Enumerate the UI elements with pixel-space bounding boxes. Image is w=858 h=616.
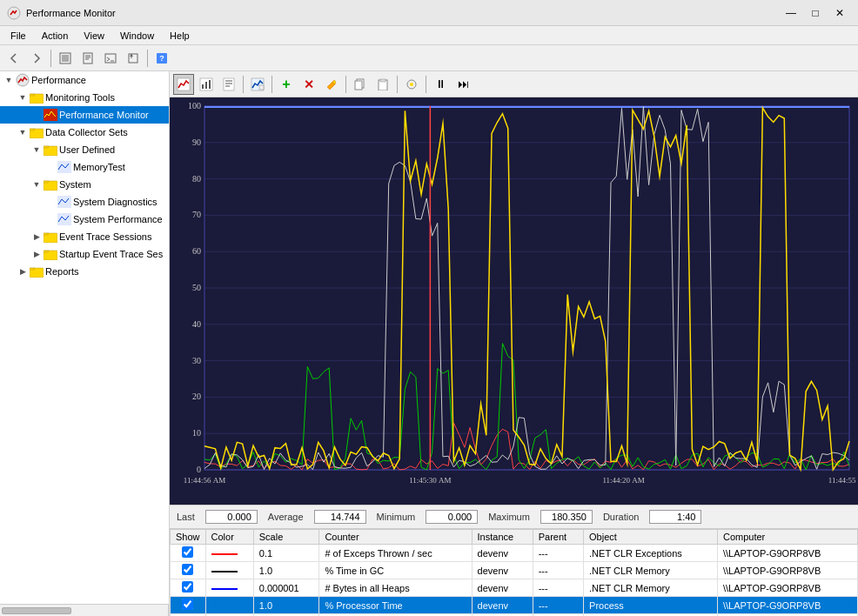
- app-title: Performance Monitor: [26, 8, 116, 18]
- expand-startup[interactable]: ▶: [30, 247, 44, 261]
- row-instance: devenv: [472, 545, 533, 562]
- system-performance-label: System Performance: [73, 214, 163, 224]
- row-object: Process: [584, 597, 718, 614]
- copy-button[interactable]: [350, 74, 371, 95]
- performance-chart: [170, 97, 858, 505]
- sidebar-item-data-collector-sets[interactable]: ▼ Data Collector Sets: [0, 124, 169, 141]
- sidebar-item-performance-monitor[interactable]: ▶ Performance Monitor: [0, 106, 169, 124]
- row-computer: \\LAPTOP-G9ORP8VB: [717, 562, 857, 579]
- add-counter-button[interactable]: +: [276, 74, 297, 95]
- col-counter: Counter: [319, 530, 472, 545]
- table-row[interactable]: 0.000001 # Bytes in all Heaps devenv ---…: [171, 579, 858, 597]
- row-checkbox[interactable]: [171, 545, 206, 562]
- expand-reports[interactable]: ▶: [16, 264, 30, 278]
- svg-rect-29: [209, 80, 211, 89]
- sidebar-item-user-defined[interactable]: ▼ User Defined: [0, 141, 169, 158]
- menu-file[interactable]: File: [3, 29, 33, 43]
- sidebar-item-event-trace[interactable]: ▶ Event Trace Sessions: [0, 228, 169, 245]
- svg-rect-15: [44, 109, 57, 121]
- folder-icon-et: [44, 231, 57, 243]
- sidebar-scrollbar[interactable]: [2, 607, 71, 614]
- maximize-button[interactable]: □: [804, 3, 827, 23]
- sidebar-item-system-performance[interactable]: ▶ System Performance: [0, 211, 169, 228]
- sidebar-item-system-diagnostics[interactable]: ▶ System Diagnostics: [0, 193, 169, 211]
- menu-window[interactable]: Window: [113, 29, 161, 43]
- back-button[interactable]: [3, 48, 24, 69]
- col-parent: Parent: [533, 530, 583, 545]
- row-parent: ---: [533, 597, 583, 614]
- svg-text:?: ?: [159, 54, 164, 63]
- close-button[interactable]: ✕: [828, 3, 851, 23]
- highlight-button[interactable]: [401, 74, 422, 95]
- row-checkbox[interactable]: [171, 562, 206, 579]
- expand-user-defined[interactable]: ▼: [30, 143, 44, 157]
- svg-rect-2: [62, 55, 69, 62]
- row-instance: devenv: [472, 562, 533, 579]
- user-defined-label: User Defined: [59, 144, 115, 155]
- monitoring-tools-label: Monitoring Tools: [45, 92, 115, 103]
- expand-monitoring[interactable]: ▼: [16, 90, 30, 104]
- row-scale: 0.1: [253, 545, 319, 562]
- app-icon: [7, 6, 21, 20]
- console-button[interactable]: [100, 48, 121, 69]
- sidebar-root[interactable]: ▼ Performance: [0, 71, 169, 89]
- row-checkbox[interactable]: [171, 597, 206, 614]
- table-row[interactable]: 0.1 # of Exceps Thrown / sec devenv --- …: [171, 545, 858, 562]
- view-histogram-button[interactable]: [196, 74, 217, 95]
- svg-rect-27: [202, 84, 204, 89]
- sidebar-item-memory-test[interactable]: ▶ MemoryTest: [0, 158, 169, 176]
- row-parent: ---: [533, 579, 583, 597]
- reports-label: Reports: [45, 266, 79, 277]
- sidebar-item-monitoring-tools[interactable]: ▼ Monitoring Tools: [0, 89, 169, 106]
- row-object: .NET CLR Memory: [584, 562, 718, 579]
- menu-action[interactable]: Action: [35, 29, 76, 43]
- expand-system[interactable]: ▼: [30, 177, 44, 191]
- row-color: [205, 562, 253, 579]
- folder-icon: [30, 91, 44, 104]
- row-object: .NET CLR Exceptions: [584, 545, 718, 562]
- event-trace-label: Event Trace Sessions: [59, 231, 151, 242]
- data-collector-sets-label: Data Collector Sets: [45, 127, 128, 137]
- row-scale: 1.0: [253, 597, 319, 614]
- sidebar-item-reports[interactable]: ▶ Reports: [0, 263, 169, 280]
- change-graph-button[interactable]: [247, 74, 268, 95]
- view-graph-button[interactable]: [173, 74, 194, 95]
- help-button[interactable]: ?: [151, 48, 172, 69]
- show-hide-button[interactable]: [55, 48, 76, 69]
- main-toolbar: ?: [0, 45, 858, 71]
- minimum-label: Minimum: [377, 512, 416, 522]
- update-button[interactable]: ⏭: [452, 74, 473, 95]
- col-color: Color: [205, 530, 253, 545]
- row-checkbox[interactable]: [171, 579, 206, 597]
- row-color: [205, 545, 253, 562]
- svg-rect-3: [84, 53, 92, 64]
- col-scale: Scale: [253, 530, 319, 545]
- row-instance: devenv: [472, 579, 533, 597]
- table-row[interactable]: 1.0 % Processor Time devenv --- Process …: [171, 597, 858, 614]
- performance-monitor-label: Performance Monitor: [59, 110, 149, 120]
- export-button[interactable]: [123, 48, 144, 69]
- folder-open-icon: [30, 126, 44, 138]
- freeze-button[interactable]: ⏸: [430, 74, 451, 95]
- sidebar-item-system[interactable]: ▼ System: [0, 176, 169, 193]
- view-report-button[interactable]: [218, 74, 239, 95]
- remove-counter-button[interactable]: ✕: [298, 74, 319, 95]
- forward-button[interactable]: [26, 48, 47, 69]
- minimize-button[interactable]: —: [780, 3, 802, 23]
- folder-icon-startup: [44, 248, 57, 260]
- expand-performance[interactable]: ▼: [2, 73, 16, 87]
- menu-view[interactable]: View: [77, 29, 111, 43]
- chart-toolbar: + ✕: [170, 71, 858, 97]
- table-row[interactable]: 1.0 % Time in GC devenv --- .NET CLR Mem…: [171, 562, 858, 579]
- edit-counter-button[interactable]: [321, 74, 342, 95]
- paste-button[interactable]: [372, 74, 393, 95]
- sidebar-item-startup-event-trace[interactable]: ▶ Startup Event Trace Ses: [0, 245, 169, 263]
- properties-button[interactable]: [77, 48, 98, 69]
- duration-value: 1:40: [649, 510, 701, 524]
- expand-dcs[interactable]: ▼: [16, 125, 30, 139]
- menu-help[interactable]: Help: [163, 29, 197, 43]
- average-label: Average: [268, 512, 304, 522]
- expand-event-trace[interactable]: ▶: [30, 230, 44, 244]
- maximum-value: 180.350: [540, 510, 593, 524]
- col-instance: Instance: [472, 530, 533, 545]
